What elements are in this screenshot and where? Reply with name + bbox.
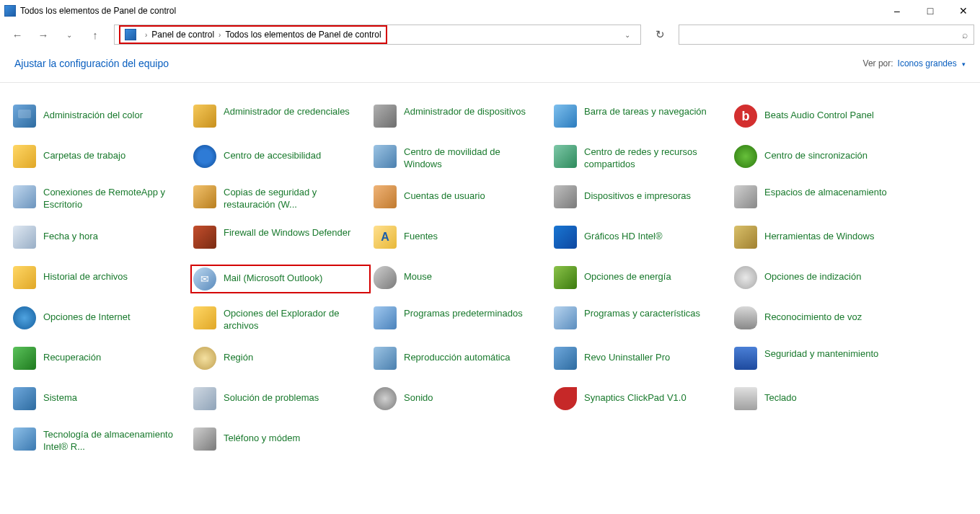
search-input[interactable] — [685, 30, 962, 40]
cp-item-label: Carpetas de trabajo — [43, 145, 125, 162]
cp-item[interactable]: Centro de redes y recursos compartidos — [551, 143, 731, 172]
cp-item[interactable]: Espacios de almacenamiento — [731, 184, 911, 213]
cp-item[interactable]: Revo Uninstaller Pro — [551, 345, 731, 374]
printer-icon — [554, 185, 577, 208]
speech-icon — [734, 306, 757, 329]
refresh-button[interactable]: ↻ — [648, 25, 671, 45]
cp-item[interactable]: Solución de problemas — [190, 386, 371, 415]
cp-item[interactable]: Cuentas de usuario — [371, 184, 551, 213]
search-icon[interactable]: ⌕ — [962, 29, 968, 40]
cp-item[interactable]: Centro de movilidad de Windows — [371, 143, 551, 172]
control-panel-icon — [125, 29, 136, 40]
cp-item[interactable]: Sonido — [371, 386, 551, 415]
cp-item[interactable]: Centro de sincronización — [731, 143, 911, 172]
sound-icon — [374, 387, 397, 410]
access-icon — [193, 145, 216, 168]
cp-item[interactable]: Tecnología de almacenamiento Intel® R... — [10, 426, 190, 455]
cp-item[interactable]: Historial de archivos — [10, 265, 190, 293]
recovery-icon — [13, 347, 36, 370]
cp-item[interactable]: Región — [190, 345, 371, 374]
mouse-icon — [374, 266, 397, 289]
phone-icon — [193, 427, 216, 451]
cp-item[interactable]: Programas predeterminados — [371, 305, 551, 334]
cp-item[interactable]: Synaptics ClickPad V1.0 — [551, 386, 731, 415]
cp-item[interactable]: Administración del color — [10, 103, 190, 132]
cp-item[interactable]: Beats Audio Control Panel — [731, 103, 911, 132]
remote-icon — [13, 185, 36, 208]
breadcrumb-highlight: › Panel de control › Todos los elementos… — [119, 25, 387, 44]
chevron-right-icon: › — [145, 31, 147, 39]
security-icon — [734, 347, 757, 370]
cp-item-label: Firewall de Windows Defender — [224, 226, 350, 239]
viewby-value: Iconos grandes — [898, 58, 957, 68]
subheader: Ajustar la configuración del equipo Ver … — [0, 48, 980, 83]
mobility-icon — [374, 145, 397, 168]
forward-button[interactable]: → — [32, 25, 55, 45]
cp-item[interactable]: Mouse — [371, 265, 551, 293]
backup-icon — [193, 185, 216, 208]
cp-item[interactable]: Centro de accesibilidad — [190, 143, 371, 172]
cp-item-label: Reconocimiento de voz — [764, 306, 862, 324]
minimize-button[interactable]: – — [880, 0, 914, 22]
cp-item[interactable]: Herramientas de Windows — [731, 224, 911, 253]
cp-item[interactable]: Teclado — [731, 386, 911, 415]
cp-item-label: Espacios de almacenamiento — [764, 185, 887, 199]
folderopt-icon — [193, 306, 216, 329]
power-icon — [554, 266, 577, 289]
cp-item[interactable]: Sistema — [10, 386, 190, 415]
cp-item[interactable]: Conexiones de RemoteApp y Escritorio — [10, 184, 190, 213]
cp-item-label: Programas predeterminados — [404, 306, 523, 320]
up-button[interactable]: ↑ — [84, 25, 107, 45]
cp-item[interactable]: Opciones de energía — [551, 265, 731, 293]
defaults-icon — [374, 306, 397, 329]
cp-item-label: Revo Uninstaller Pro — [584, 347, 670, 364]
address-dropdown-icon[interactable]: ⌄ — [619, 31, 636, 39]
breadcrumb-current[interactable]: Todos los elementos de Panel de control — [225, 30, 381, 40]
cp-item[interactable]: Administrador de credenciales — [190, 103, 371, 132]
cp-item[interactable]: Fuentes — [371, 224, 551, 253]
region-icon — [193, 347, 216, 370]
cp-item[interactable]: Administrador de dispositivos — [371, 103, 551, 132]
cp-item[interactable]: Seguridad y mantenimiento — [731, 345, 911, 374]
cp-item-label: Herramientas de Windows — [764, 226, 874, 243]
monitor-icon — [13, 105, 36, 128]
storage-icon — [734, 185, 757, 208]
cp-item-label: Fuentes — [404, 226, 438, 243]
cp-item[interactable]: Firewall de Windows Defender — [190, 224, 371, 253]
cp-item[interactable]: Teléfono y módem — [190, 426, 371, 455]
date-icon — [13, 226, 36, 249]
cp-item-label: Centro de accesibilidad — [224, 145, 321, 162]
cp-item[interactable]: Barra de tareas y navegación — [551, 103, 731, 132]
cp-item[interactable]: Opciones del Explorador de archivos — [190, 305, 371, 334]
cp-item[interactable]: Fecha y hora — [10, 224, 190, 253]
cp-item[interactable]: Dispositivos e impresoras — [551, 184, 731, 213]
cp-item-label: Opciones de Internet — [43, 306, 131, 324]
cp-item[interactable]: Mail (Microsoft Outlook) — [190, 265, 371, 293]
recent-button[interactable]: ⌄ — [58, 25, 81, 45]
cp-item[interactable]: Gráficos HD Intel® — [551, 224, 731, 253]
cp-item[interactable]: Carpetas de trabajo — [10, 143, 190, 172]
cp-item[interactable]: Recuperación — [10, 345, 190, 374]
cp-item-label: Centro de redes y recursos compartidos — [584, 145, 714, 171]
cp-item[interactable]: Opciones de indización — [731, 265, 911, 293]
close-button[interactable]: ✕ — [947, 0, 980, 22]
viewby-dropdown[interactable]: Iconos grandes ▾ — [898, 58, 966, 68]
inteltech-icon — [13, 427, 36, 451]
maximize-button[interactable]: □ — [914, 0, 947, 22]
sync-icon — [734, 145, 757, 168]
cp-item-label: Administración del color — [43, 105, 143, 122]
cp-item[interactable]: Opciones de Internet — [10, 305, 190, 334]
cp-item-label: Opciones de energía — [584, 266, 671, 283]
cp-item-label: Teléfono y módem — [224, 427, 300, 445]
back-button[interactable]: ← — [6, 25, 29, 45]
cp-item[interactable]: Copias de seguridad y restauración (W... — [190, 184, 371, 213]
cp-item-label: Administrador de credenciales — [224, 105, 350, 118]
breadcrumb-root[interactable]: Panel de control — [151, 30, 214, 40]
internet-icon — [13, 306, 36, 329]
search-box[interactable]: ⌕ — [679, 25, 974, 45]
revo-icon — [554, 347, 577, 370]
cp-item[interactable]: Programas y características — [551, 305, 731, 334]
cp-item[interactable]: Reproducción automática — [371, 345, 551, 374]
cp-item[interactable]: Reconocimiento de voz — [731, 305, 911, 334]
address-bar[interactable]: › Panel de control › Todos los elementos… — [114, 25, 641, 45]
